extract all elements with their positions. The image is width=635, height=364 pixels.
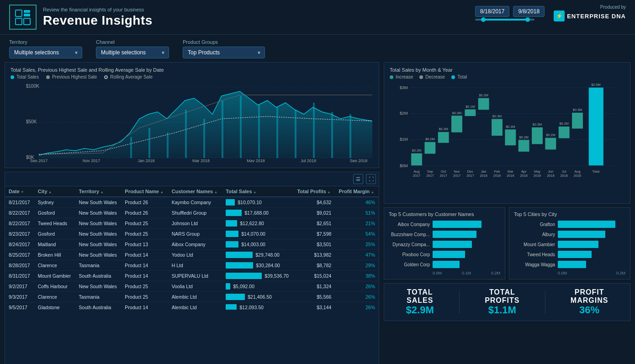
svg-rect-17 [240, 96, 242, 158]
cell-product: Product 26 [121, 208, 168, 218]
right-column: Total Sales by Month & Year Increase Dec… [384, 62, 630, 364]
col-territory[interactable]: Territory [75, 186, 122, 197]
date-end-badge[interactable]: 9/8/2018 [513, 6, 545, 17]
cell-city: Sydney [34, 197, 75, 208]
cell-sales: $17,688.00 [222, 208, 293, 218]
svg-text:Total: Total [593, 169, 600, 174]
svg-rect-43 [424, 142, 435, 154]
city-bar-label: Mount Gambier [514, 242, 555, 247]
col-customer[interactable]: Customer Names [168, 186, 222, 197]
svg-text:Sep 2017: Sep 2017 [30, 158, 48, 162]
filters-row: Territory Multiple selections Channel Mu… [0, 35, 635, 62]
svg-text:Jul 2018: Jul 2018 [301, 158, 316, 162]
table-row: 8/31/2017 Mount Gambier South Australia … [5, 271, 379, 281]
cell-margin: 54% [335, 229, 379, 239]
app-logo [9, 5, 37, 30]
cell-product: Product 14 [121, 271, 168, 281]
col-date[interactable]: Date [5, 186, 34, 197]
cell-territory: New South Wales [75, 229, 122, 239]
col-margin[interactable]: Profit Margin [335, 186, 379, 197]
city-bar-fill [558, 261, 586, 268]
svg-rect-16 [222, 100, 223, 158]
customer-bar-row: Buzzshare Comp... [389, 231, 500, 238]
city-bar-row: Grafton [514, 221, 625, 228]
svg-text:Dec: Dec [467, 169, 473, 174]
svg-text:Jun: Jun [548, 169, 553, 174]
header: Review the financial insights of your bu… [0, 0, 635, 35]
svg-text:Nov: Nov [454, 169, 460, 174]
customers-chart: Top 5 Customers by Customer Names Aibox … [384, 207, 505, 280]
kpi-divider-1 [459, 291, 460, 314]
date-slider[interactable] [475, 19, 534, 21]
svg-text:Apr: Apr [521, 169, 527, 174]
cell-margin: 26% [335, 292, 379, 302]
svg-text:2018: 2018 [534, 174, 541, 178]
city-bar-row: Wagga Wagga [514, 261, 625, 268]
cell-city: Tweed Heads [34, 218, 75, 229]
customer-bar-fill [433, 231, 476, 238]
table-row: 9/3/2017 Clarence Tasmania Product 25 Al… [5, 292, 379, 302]
cell-territory: New South Wales [75, 239, 122, 250]
svg-text:Jan 2018: Jan 2018 [138, 158, 154, 162]
svg-rect-55 [465, 109, 476, 116]
city-bar-row: Tweed Heads [514, 251, 625, 258]
svg-text:$0.2M: $0.2M [519, 135, 528, 139]
cell-customer: Alembic Ltd [168, 292, 222, 302]
svg-rect-63 [492, 119, 503, 136]
kpi-section: TOTALSALES $2.9M TOTALPROFITS $1.1M PROF… [384, 283, 630, 321]
cell-product: Product 14 [121, 260, 168, 271]
svg-rect-23 [349, 114, 351, 158]
table-row: 8/22/2017 Gosford New South Wales Produc… [5, 208, 379, 218]
header-right: 8/18/2017 9/8/2018 Produced by ⚡ ENTERPR… [475, 5, 626, 21]
col-profits[interactable]: Total Profits [293, 186, 335, 197]
customer-bar-row: Aibox Company [389, 221, 500, 228]
date-range-control[interactable]: 8/18/2017 9/8/2018 [475, 6, 545, 21]
svg-text:Aug: Aug [574, 169, 580, 174]
line-chart-svg: $100K $50K $0K [11, 82, 373, 162]
channel-filter: Channel Multiple selections [96, 39, 169, 58]
col-sales[interactable]: Total Sales [222, 186, 293, 197]
svg-rect-75 [532, 127, 543, 144]
svg-text:Oct: Oct [441, 169, 446, 174]
svg-rect-15 [203, 119, 205, 158]
expand-icon-button[interactable]: ⛶ [366, 174, 376, 184]
wl-decrease: Decrease [419, 74, 445, 79]
col-city[interactable]: City [34, 186, 75, 197]
legend-total-sales: Total Sales [11, 74, 39, 79]
cell-product: Product 25 [121, 292, 168, 302]
cell-margin: 21% [335, 218, 379, 229]
cell-profits: $13,982 [293, 250, 335, 260]
cell-date: 8/25/2017 [5, 250, 34, 260]
svg-text:Sep: Sep [427, 169, 433, 174]
table-row: 8/23/2017 Gosford New South Wales Produc… [5, 229, 379, 239]
table-row: 8/24/2017 Maitland New South Wales Produ… [5, 239, 379, 250]
svg-text:Mar: Mar [508, 169, 513, 174]
cell-city: Gosford [34, 208, 75, 218]
wl-dot-increase [390, 75, 393, 79]
cell-date: 8/31/2017 [5, 271, 34, 281]
cell-customer: Shuffledri Group [168, 208, 222, 218]
city-bar-fill [558, 221, 615, 228]
svg-rect-3 [16, 18, 22, 25]
cell-profits: $1,324 [293, 281, 335, 292]
svg-rect-51 [451, 116, 462, 132]
col-product[interactable]: Product Name [121, 186, 168, 197]
cell-profits: $15,024 [293, 271, 335, 281]
line-chart-legend: Total Sales Previous Highest Sale Rollin… [11, 74, 373, 79]
territory-select[interactable]: Multiple selections [9, 47, 82, 58]
city-bar-track [558, 261, 625, 268]
kpi-sales-value: $2.9M [406, 304, 434, 316]
cell-city: Clarence [34, 292, 75, 302]
cell-margin: 26% [335, 302, 379, 310]
cities-bars: Grafton Albury Mount Gambier Tweed Heads… [514, 221, 625, 268]
wl-total: Total [451, 74, 467, 79]
svg-text:Jan: Jan [481, 169, 487, 174]
svg-text:2018: 2018 [493, 174, 501, 178]
filter-icon-button[interactable]: ☰ [353, 174, 363, 184]
svg-rect-47 [438, 132, 449, 143]
customers-axis: 0.0M 0.1M 0.2M [389, 271, 500, 275]
date-start-badge[interactable]: 8/18/2017 [475, 6, 509, 17]
svg-text:2017: 2017 [466, 174, 474, 178]
channel-select[interactable]: Multiple selections [96, 47, 169, 58]
product-groups-select[interactable]: Top Products [183, 47, 265, 58]
